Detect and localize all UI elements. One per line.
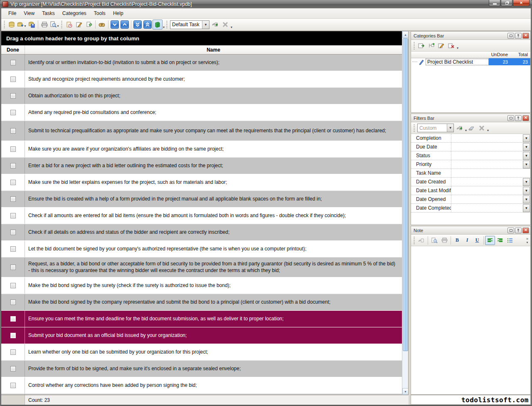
task-text[interactable]: Check if all amounts are entered for all… xyxy=(25,208,402,224)
task-checkbox[interactable] xyxy=(10,230,16,235)
vertical-scrollbar[interactable]: ▲ ▼ xyxy=(402,31,409,395)
task-row[interactable]: Study and recognize project requirements… xyxy=(1,71,402,88)
task-row[interactable]: Ensure you can meet the time and deadlin… xyxy=(1,311,402,327)
scrollbar-thumb[interactable] xyxy=(403,38,408,351)
filter-dropdown-icon[interactable]: ▼ xyxy=(523,143,530,151)
task-row[interactable]: Submit your bid document as an official … xyxy=(1,327,402,344)
task-text[interactable]: Learn whether only one bid can be submit… xyxy=(25,344,402,360)
task-checkbox[interactable] xyxy=(10,383,16,388)
task-checkbox[interactable] xyxy=(10,77,16,82)
task-checkbox[interactable] xyxy=(10,333,16,338)
task-text[interactable]: Control whether any corrections have bee… xyxy=(25,377,402,394)
panel-restore-button[interactable] xyxy=(507,115,514,121)
filter-value-field[interactable] xyxy=(451,169,530,177)
task-checkbox[interactable] xyxy=(10,366,16,371)
task-text[interactable]: Obtain authorization to bid on this proj… xyxy=(25,88,402,104)
task-checkbox[interactable] xyxy=(10,196,16,202)
task-text[interactable]: Enter a bid for a new project with a bid… xyxy=(25,158,402,174)
task-row[interactable]: Obtain authorization to bid on this proj… xyxy=(1,88,402,104)
note-print-button[interactable] xyxy=(439,236,449,245)
toolbar-grip[interactable] xyxy=(413,42,415,50)
task-text[interactable]: Attend any required pre-bid consultation… xyxy=(25,104,402,121)
move-to-top-button[interactable] xyxy=(143,20,153,30)
categories-column-undone[interactable]: UnDone xyxy=(489,52,510,58)
filter-dropdown-icon[interactable]: ▼ xyxy=(523,187,530,195)
filter-value-field[interactable] xyxy=(451,178,523,186)
task-checkbox[interactable] xyxy=(10,110,16,115)
menu-item-categories[interactable]: Categories xyxy=(59,9,90,18)
toolbar-overflow-icon[interactable]: ▾ xyxy=(231,25,232,30)
minimize-button[interactable] xyxy=(489,0,500,6)
task-row[interactable]: Make sure you are aware if your organiza… xyxy=(1,141,402,158)
note-save-button[interactable] xyxy=(416,236,426,245)
menu-item-tasks[interactable]: Tasks xyxy=(38,9,59,18)
column-header-done[interactable]: Done xyxy=(1,45,25,54)
note-toolbar-overflow[interactable]: »▾ xyxy=(526,237,530,244)
toolbar-grip[interactable] xyxy=(3,20,5,29)
scroll-down-icon[interactable]: ▼ xyxy=(402,388,409,395)
filter-value-field[interactable] xyxy=(451,143,523,151)
task-row[interactable]: Check if all amounts are entered for all… xyxy=(1,208,402,224)
task-row[interactable]: Request, as a bidder, a bid bond or othe… xyxy=(1,257,402,277)
task-row[interactable]: Submit to technical prequalification as … xyxy=(1,121,402,141)
remove-filter-button[interactable] xyxy=(477,124,487,133)
task-checkbox[interactable] xyxy=(10,128,16,134)
task-row[interactable]: Learn whether only one bid can be submit… xyxy=(1,344,402,361)
new-task-button[interactable] xyxy=(64,20,74,30)
filter-preset-combo[interactable]: Custom ▼ xyxy=(417,124,454,132)
task-row[interactable]: Identify oral or written invitation-to-b… xyxy=(1,54,402,71)
panel-pin-button[interactable] xyxy=(515,33,522,39)
italic-button[interactable]: I xyxy=(462,236,472,245)
task-text[interactable]: Make sure the bid letter explains expens… xyxy=(25,174,402,191)
apply-filter-button[interactable] xyxy=(455,124,465,133)
toggle-notes-button[interactable] xyxy=(153,20,163,30)
combo-dropdown-icon[interactable]: ▼ xyxy=(447,124,453,132)
toolbar-overflow-icon[interactable]: ▾ xyxy=(457,46,458,51)
panel-close-button[interactable]: ✕ xyxy=(522,33,529,39)
task-row[interactable]: Check if all details on address and stat… xyxy=(1,224,402,241)
scrollbar-track[interactable] xyxy=(402,352,409,388)
new-database-button[interactable] xyxy=(7,20,17,30)
task-text[interactable]: Submit your bid document as an official … xyxy=(25,327,402,344)
scroll-up-icon[interactable]: ▲ xyxy=(402,31,409,38)
new-subcategory-button[interactable] xyxy=(426,41,436,50)
panel-restore-button[interactable] xyxy=(507,33,514,39)
move-up-button[interactable] xyxy=(120,20,130,30)
column-header-name[interactable]: Name xyxy=(25,45,402,54)
panel-close-button[interactable]: ✕ xyxy=(522,115,529,121)
filter-value-field[interactable] xyxy=(451,134,523,142)
task-template-combo[interactable]: Default Task ▼ xyxy=(170,20,209,29)
task-text[interactable]: Study and recognize project requirements… xyxy=(25,71,402,87)
delete-task-button[interactable] xyxy=(84,20,94,30)
task-text[interactable]: Let the bid document be signed by your c… xyxy=(25,241,402,257)
task-text[interactable]: Request, as a bidder, a bid bond or othe… xyxy=(25,257,402,277)
insert-template-task-button[interactable] xyxy=(210,20,220,30)
task-checkbox[interactable] xyxy=(10,180,16,185)
panel-pin-button[interactable] xyxy=(515,228,522,233)
align-right-button[interactable] xyxy=(495,236,505,245)
open-database-button[interactable]: ▾ xyxy=(17,20,27,30)
task-text[interactable]: Make sure you are aware if your organiza… xyxy=(25,141,402,157)
bold-button[interactable]: B xyxy=(452,236,462,245)
save-database-button[interactable] xyxy=(27,20,37,30)
task-checkbox[interactable] xyxy=(10,93,16,99)
filter-dropdown-icon[interactable]: ▼ xyxy=(523,178,530,186)
task-text[interactable]: Provide the form of bid to be signed, an… xyxy=(25,361,402,377)
filter-value-field[interactable] xyxy=(451,195,523,203)
task-row[interactable]: Make the bid bond signed by the company … xyxy=(1,294,402,311)
task-checkbox[interactable] xyxy=(10,283,16,288)
restore-button[interactable] xyxy=(501,0,512,6)
align-left-button[interactable] xyxy=(485,236,495,245)
task-text[interactable]: Ensure you can meet the time and deadlin… xyxy=(25,311,402,327)
task-text[interactable]: Ensure the bid is created with a help of… xyxy=(25,191,402,207)
toolbar-grip[interactable] xyxy=(61,20,63,29)
task-row[interactable]: Ensure the bid is created with a help of… xyxy=(1,191,402,208)
bullet-list-button[interactable] xyxy=(505,236,515,245)
menu-item-help[interactable]: Help xyxy=(109,9,127,18)
print-preview-button[interactable]: ▾ xyxy=(49,20,59,30)
filter-dropdown-icon[interactable]: ▼ xyxy=(523,161,530,168)
category-name[interactable]: Project Bid Checklist xyxy=(426,59,489,65)
task-checkbox[interactable] xyxy=(10,246,16,252)
move-down-button[interactable] xyxy=(110,20,120,30)
toolbar-grip[interactable] xyxy=(166,20,168,29)
